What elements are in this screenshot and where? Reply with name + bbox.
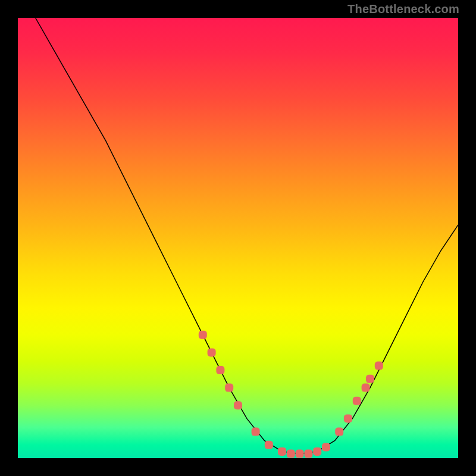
marker-point [304, 450, 312, 458]
watermark-text: TheBottleneck.com [347, 2, 459, 16]
marker-point [234, 401, 242, 409]
marker-point [216, 366, 224, 374]
marker-point [265, 441, 273, 449]
marker-point [296, 450, 304, 458]
bottleneck-curve [36, 18, 458, 454]
marker-point [252, 428, 260, 436]
marker-point [362, 384, 370, 392]
marker-point [322, 443, 330, 452]
marker-point [344, 414, 352, 422]
marker-point [353, 397, 361, 405]
chart-container: TheBottleneck.com [0, 0, 476, 476]
marker-point [313, 447, 321, 456]
marker-point [278, 447, 286, 456]
marker-point [375, 362, 383, 370]
marker-point [335, 428, 343, 436]
chart-overlay-svg [18, 18, 458, 458]
marker-point [366, 375, 374, 383]
marker-point [208, 348, 216, 356]
marker-point [225, 384, 233, 392]
marker-point [199, 331, 207, 339]
marker-point [287, 450, 295, 458]
highlighted-points-group [199, 331, 383, 458]
